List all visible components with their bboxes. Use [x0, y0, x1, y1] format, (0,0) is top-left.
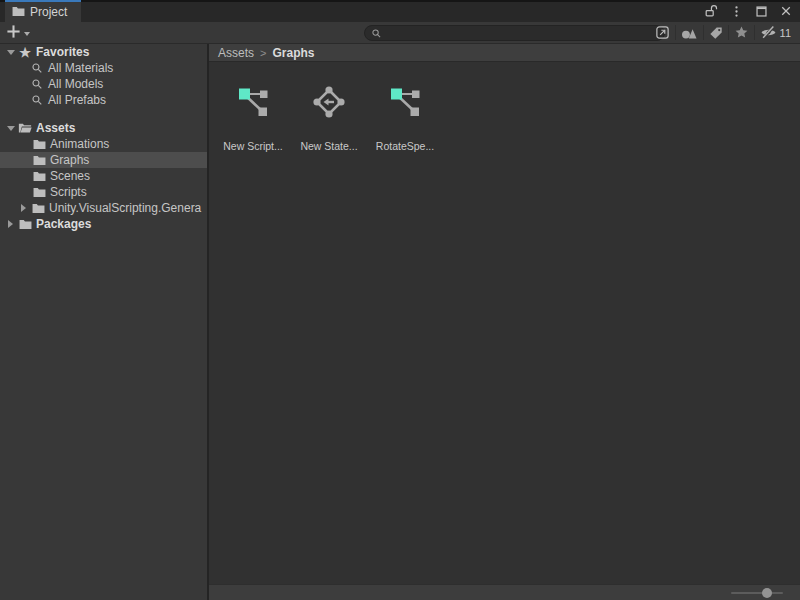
window-tab-bar: Project [0, 0, 800, 22]
asset-grid: New Script... New State... [209, 62, 800, 152]
item-label: Graphs [50, 153, 89, 167]
sidebar-section-favorites[interactable]: ★ Favorites [0, 44, 207, 60]
script-graph-icon [237, 86, 269, 118]
asset-browser-panel: Assets > Graphs New Script... [209, 44, 800, 600]
search-icon [371, 28, 382, 39]
tree-section-gap [0, 108, 207, 120]
unlock-icon[interactable] [703, 3, 719, 19]
caret-down-icon [24, 32, 30, 36]
item-label: Unity.VisualScripting.Genera [49, 201, 201, 215]
sidebar-item-all-materials[interactable]: All Materials [0, 60, 207, 76]
folder-icon [31, 155, 47, 166]
search-field[interactable] [364, 25, 665, 41]
breadcrumb-current[interactable]: Graphs [272, 46, 314, 60]
breadcrumb-separator: > [260, 47, 266, 59]
browser-status-bar [209, 584, 800, 600]
star-icon: ★ [17, 46, 33, 59]
tab-project[interactable]: Project [5, 0, 81, 22]
tag-icon[interactable] [704, 22, 728, 43]
create-asset-button[interactable] [6, 23, 30, 43]
asset-item-label: New State... [300, 140, 357, 152]
search-by-type-icon[interactable] [676, 22, 703, 43]
plus-icon [6, 24, 21, 43]
foldout-expanded-icon[interactable] [4, 50, 17, 55]
folder-icon [30, 203, 46, 214]
item-label: Scenes [50, 169, 90, 183]
folder-icon [31, 187, 47, 198]
item-label: All Models [48, 77, 103, 91]
tab-label: Project [30, 5, 67, 19]
foldout-collapsed-icon[interactable] [4, 220, 17, 228]
kebab-menu-icon[interactable] [728, 3, 744, 19]
asset-item-label: RotateSpe... [376, 140, 434, 152]
item-label: Scripts [50, 185, 87, 199]
section-label: Favorites [36, 45, 89, 59]
sidebar-item-graphs[interactable]: Graphs [0, 152, 207, 168]
project-folder-tree: ★ Favorites All Materials All Models All… [0, 44, 207, 600]
hidden-count-label: 11 [780, 27, 793, 39]
close-icon[interactable] [778, 3, 794, 19]
search-icon [29, 78, 45, 90]
item-label: Animations [50, 137, 109, 151]
window-top-edge [0, 0, 800, 2]
toolbar-right-buttons: 11 [650, 22, 798, 43]
maximize-icon[interactable] [753, 3, 769, 19]
sidebar-item-animations[interactable]: Animations [0, 136, 207, 152]
asset-item-label: New Script... [223, 140, 283, 152]
sidebar-item-all-prefabs[interactable]: All Prefabs [0, 92, 207, 108]
search-input[interactable] [386, 26, 660, 40]
section-label: Packages [36, 217, 91, 231]
item-label: All Prefabs [48, 93, 106, 107]
sidebar-item-scripts[interactable]: Scripts [0, 184, 207, 200]
asset-item-new-state[interactable]: New State... [291, 86, 367, 152]
sidebar-section-assets[interactable]: Assets [0, 120, 207, 136]
foldout-collapsed-icon[interactable] [17, 204, 30, 212]
search-icon [29, 94, 45, 106]
star-icon[interactable] [729, 22, 754, 43]
folder-icon [31, 139, 47, 150]
sidebar-item-unity-visualscripting-generated[interactable]: Unity.VisualScripting.Genera [0, 200, 207, 216]
section-label: Assets [36, 121, 75, 135]
open-in-search-icon[interactable] [650, 22, 675, 43]
asset-item-rotatespeed[interactable]: RotateSpe... [367, 86, 443, 152]
folder-icon [12, 3, 25, 21]
project-toolbar: 11 [0, 22, 800, 44]
sidebar-item-all-models[interactable]: All Models [0, 76, 207, 92]
search-icon [29, 62, 45, 74]
slider-knob[interactable] [762, 588, 772, 598]
sidebar-section-packages[interactable]: Packages [0, 216, 207, 232]
folder-icon [17, 219, 33, 230]
breadcrumb-root[interactable]: Assets [218, 46, 254, 60]
folder-icon [31, 171, 47, 182]
breadcrumb: Assets > Graphs [209, 44, 800, 62]
script-graph-icon [389, 86, 421, 118]
foldout-expanded-icon[interactable] [4, 126, 17, 131]
sidebar-item-scenes[interactable]: Scenes [0, 168, 207, 184]
window-controls [703, 0, 794, 22]
hidden-count-toggle[interactable]: 11 [755, 22, 798, 43]
open-folder-icon [17, 122, 33, 134]
asset-item-new-script[interactable]: New Script... [215, 86, 291, 152]
eye-slash-icon [760, 26, 777, 39]
state-graph-icon [313, 86, 345, 118]
thumbnail-zoom-slider[interactable] [731, 592, 783, 594]
item-label: All Materials [48, 61, 113, 75]
